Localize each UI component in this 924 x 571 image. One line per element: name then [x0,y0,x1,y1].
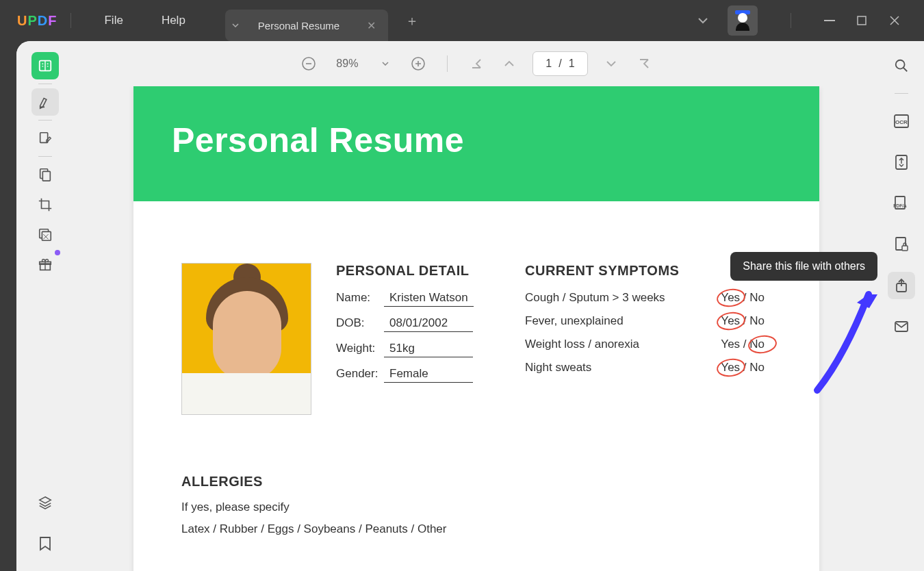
tab-dropdown-icon[interactable] [225,10,246,41]
titlebar-right [697,5,924,36]
separator [38,120,52,120]
close-icon[interactable]: ✕ [367,19,376,32]
last-page-button[interactable] [634,54,654,73]
maximize-button[interactable] [857,16,871,25]
section-heading: PERSONAL DETAIL [336,263,500,279]
section-heading: CURRENT SYMPTOMS [525,263,765,279]
right-sidebar: OCR PDF/A [879,41,924,571]
user-avatar[interactable] [728,5,758,36]
organize-pages-button[interactable] [31,161,59,188]
circle-annotation [716,310,747,332]
field-value: Female [384,367,473,383]
new-tab-button[interactable]: ＋ [405,12,419,30]
chevron-down-icon[interactable] [697,17,708,24]
svg-point-12 [896,60,905,69]
next-page-button[interactable] [602,54,621,73]
separator [38,156,52,157]
tab-title: Personal Resume [258,20,339,31]
titlebar: UPDF File Help Personal Resume ✕ ＋ [0,0,924,41]
symptom-row: Fever, unexplained Yes / No [525,314,765,328]
protect-button[interactable] [888,231,915,258]
field-label: Weight: [336,342,384,355]
circle-annotation [716,287,747,309]
left-sidebar [16,41,74,571]
divider [70,13,71,28]
allergies-text: Latex / Rubber / Eggs / Soybeans / Peanu… [181,522,771,536]
document-header: Personal Resume [133,86,819,201]
tab-active[interactable]: Personal Resume ✕ [246,10,388,41]
circle-annotation [716,357,747,379]
menu-help[interactable]: Help [162,14,185,27]
circle-annotation [747,333,778,355]
svg-rect-5 [42,171,50,181]
field-label: DOB: [336,316,384,330]
field-value: 51kg [384,342,473,357]
page-current: 1 [546,58,552,70]
ocr-button[interactable]: OCR [888,107,915,135]
notification-dot-icon [55,250,60,255]
symptom-label: Cough / Sputum > 3 weeks [525,291,665,305]
symptom-options: Yes / No [721,314,765,328]
share-button[interactable] [888,272,915,299]
svg-rect-0 [824,20,835,21]
field-gender: Gender: Female [336,367,500,383]
field-dob: DOB: 08/01/2002 [336,316,500,332]
field-name: Name: Kristen Watson [336,291,500,307]
pdf-page: Personal Resume PERSONAL DETAIL Name: Kr… [133,86,819,571]
zoom-in-button[interactable] [409,54,428,73]
symptom-options: Yes / No [721,338,765,351]
symptom-row: Weight loss / anorexia Yes / No [525,338,765,351]
page-total: 1 [569,58,575,70]
symptom-label: Weight loss / anorexia [525,338,639,351]
edit-tool-button[interactable] [31,125,59,152]
svg-text:PDF/A: PDF/A [893,203,907,208]
zoom-dropdown-icon[interactable] [376,54,395,73]
field-label: Gender: [336,367,384,381]
allergies-section: ALLERGIES If yes, please specify Latex /… [181,474,771,544]
separator [38,84,52,84]
symptom-options: Yes / No [721,291,765,305]
document-viewport[interactable]: Personal Resume PERSONAL DETAIL Name: Kr… [74,86,879,571]
allergies-text: If yes, please specify [181,500,771,514]
first-page-button[interactable] [467,54,486,73]
zoom-out-button[interactable] [299,54,318,73]
document-content: PERSONAL DETAIL Name: Kristen Watson DOB… [133,201,819,571]
field-weight: Weight: 51kg [336,342,500,357]
symptoms-section: CURRENT SYMPTOMS Cough / Sputum > 3 week… [525,263,765,415]
avatar-icon [734,10,752,31]
svg-text:OCR: OCR [895,119,908,125]
reader-mode-button[interactable] [31,52,59,79]
zoom-value: 89% [332,58,362,70]
search-button[interactable] [888,52,915,79]
field-value: Kristen Watson [384,291,474,307]
separator [895,93,908,94]
email-button[interactable] [888,313,915,340]
symptom-row: Night sweats Yes / No [525,361,765,375]
document-title: Personal Resume [172,120,781,160]
svg-rect-19 [902,246,908,251]
redact-tool-button[interactable] [31,221,59,249]
convert-button[interactable] [888,149,915,176]
close-button[interactable] [890,16,903,25]
share-tooltip: Share this file with others [730,252,877,281]
bookmark-button[interactable] [31,530,59,557]
page-sep: / [559,58,561,70]
gift-button[interactable] [31,251,59,279]
crop-tool-button[interactable] [31,191,59,218]
page-indicator[interactable]: 1 / 1 [532,51,587,76]
profile-photo [181,263,311,415]
layers-button[interactable] [31,489,59,516]
document-toolbar: 89% 1 / 1 [74,41,879,86]
separator [447,55,448,72]
symptom-options: Yes / No [721,361,765,375]
menu-file[interactable]: File [104,14,123,27]
prev-page-button[interactable] [500,54,519,73]
tab-group: Personal Resume ✕ ＋ [225,0,419,41]
divider [791,13,791,28]
highlight-tool-button[interactable] [31,88,59,116]
svg-rect-1 [858,16,866,25]
document-area: 89% 1 / 1 [74,41,879,571]
personal-detail-section: PERSONAL DETAIL Name: Kristen Watson DOB… [336,263,500,415]
pdfa-button[interactable]: PDF/A [888,190,915,217]
minimize-button[interactable] [824,20,838,21]
